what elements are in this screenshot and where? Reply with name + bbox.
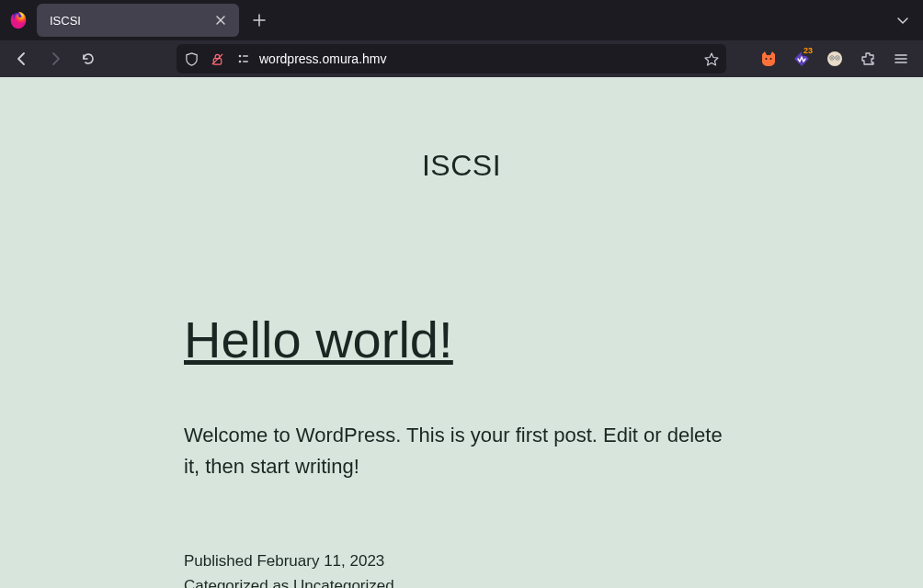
post-meta: Published February 11, 2023 Categorized … <box>184 548 739 588</box>
all-tabs-button[interactable] <box>888 6 917 35</box>
firefox-icon[interactable] <box>6 7 31 33</box>
svg-rect-6 <box>243 61 248 62</box>
svg-point-9 <box>827 51 842 66</box>
permissions-icon[interactable] <box>234 50 252 68</box>
extension-wappalyzer-icon[interactable]: 23 <box>787 44 816 74</box>
extensions-button[interactable] <box>853 44 883 74</box>
nav-bar: wordpress.omura.hmv 23 <box>0 40 923 77</box>
svg-point-13 <box>837 57 838 59</box>
site-header: ISCSI <box>0 77 923 183</box>
post-category-line: Categorized as Uncategorized <box>184 573 739 588</box>
extension-foxyproxy-icon[interactable] <box>754 44 783 74</box>
svg-point-8 <box>770 58 772 60</box>
url-bar[interactable]: wordpress.omura.hmv <box>177 44 726 74</box>
reload-button[interactable] <box>74 44 103 74</box>
browser-tab[interactable]: ISCSI <box>37 4 239 37</box>
category-link[interactable]: Uncategorized <box>293 577 394 588</box>
bookmark-icon[interactable] <box>702 50 721 68</box>
page-content: ISCSI Hello world! Welcome to WordPress.… <box>0 77 923 588</box>
back-button[interactable] <box>7 44 37 74</box>
extension-other-icon[interactable] <box>820 44 849 74</box>
forward-button <box>40 44 70 74</box>
post-excerpt: Welcome to WordPress. This is your first… <box>184 420 739 482</box>
new-tab-button[interactable] <box>245 6 274 35</box>
url-text[interactable]: wordpress.omura.hmv <box>259 51 695 66</box>
post: Hello world! Welcome to WordPress. This … <box>180 311 743 588</box>
svg-point-7 <box>766 58 768 60</box>
close-tab-icon[interactable] <box>211 11 230 29</box>
tab-title: ISCSI <box>50 14 81 28</box>
site-title[interactable]: ISCSI <box>0 149 923 183</box>
svg-point-3 <box>239 55 242 58</box>
shield-icon[interactable] <box>182 50 200 68</box>
post-date: February 11, 2023 <box>256 552 384 570</box>
tab-bar: ISCSI <box>0 0 923 40</box>
extension-badge: 23 <box>802 46 815 56</box>
svg-point-5 <box>239 61 242 63</box>
post-title[interactable]: Hello world! <box>184 311 739 368</box>
svg-rect-4 <box>243 55 248 57</box>
app-menu-button[interactable] <box>886 44 916 74</box>
svg-point-12 <box>831 57 833 59</box>
lock-insecure-icon[interactable] <box>208 50 226 68</box>
post-published: Published February 11, 2023 <box>184 548 739 573</box>
